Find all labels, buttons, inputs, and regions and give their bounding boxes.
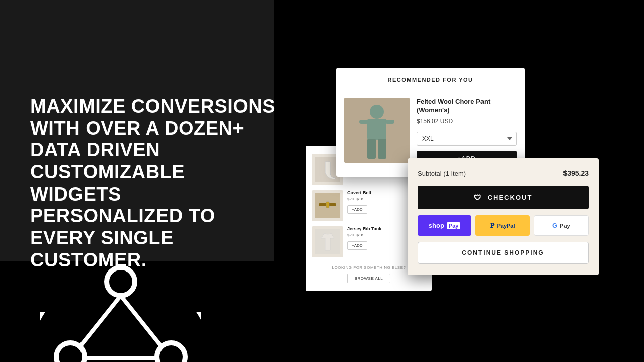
product-info: Felted Wool Chore Pant (Women's) $156.02… bbox=[417, 98, 517, 167]
product-thumb-tank bbox=[312, 226, 343, 257]
svg-rect-18 bbox=[326, 202, 329, 208]
svg-point-3 bbox=[40, 269, 201, 362]
svg-rect-13 bbox=[367, 139, 376, 159]
google-icon: G bbox=[552, 222, 557, 229]
shoppay-button[interactable]: shop Pay bbox=[418, 215, 471, 236]
svg-line-5 bbox=[121, 296, 161, 346]
paypal-icon: 𝐏 bbox=[490, 222, 494, 230]
product-image bbox=[344, 98, 410, 163]
add-belt-button[interactable]: +ADD bbox=[347, 205, 367, 214]
svg-point-1 bbox=[56, 343, 85, 362]
svg-point-9 bbox=[370, 105, 384, 119]
svg-point-2 bbox=[157, 343, 185, 362]
svg-rect-7 bbox=[40, 312, 201, 362]
paypal-button[interactable]: 𝐏 PayPal bbox=[475, 215, 529, 236]
browse-all-button[interactable]: BROWSE ALL bbox=[347, 274, 391, 283]
subtotal-row: Subtotal (1 Item) $395.23 bbox=[418, 169, 589, 177]
product-name: Felted Wool Chore Pant (Women's) bbox=[417, 98, 517, 115]
add-tank-button[interactable]: +ADD bbox=[347, 241, 367, 250]
subtotal-label: Subtotal (1 Item) bbox=[418, 170, 466, 177]
svg-line-4 bbox=[80, 296, 121, 346]
svg-rect-12 bbox=[385, 120, 394, 124]
payment-methods: shop Pay 𝐏 PayPal G Pay bbox=[418, 215, 589, 236]
product-price: $156.02 USD bbox=[417, 118, 517, 125]
svg-rect-11 bbox=[359, 120, 368, 124]
checkout-label: CHECKOUT bbox=[488, 194, 533, 201]
svg-point-0 bbox=[107, 267, 135, 296]
size-select[interactable]: XXL XS S M L XL bbox=[417, 132, 517, 146]
shield-icon: 🛡 bbox=[474, 193, 482, 202]
subtotal-amount: $395.23 bbox=[563, 169, 589, 177]
svg-rect-10 bbox=[367, 119, 386, 140]
recommended-header: RECOMMENDED FOR YOU bbox=[336, 68, 525, 89]
shoppay-icon: shop bbox=[429, 222, 444, 229]
continue-shopping-button[interactable]: CONTINUE SHOPPING bbox=[418, 242, 589, 264]
svg-rect-14 bbox=[378, 139, 386, 159]
product-thumb-belt bbox=[312, 190, 343, 221]
network-icon bbox=[40, 231, 201, 362]
gpay-button[interactable]: G Pay bbox=[534, 215, 589, 236]
checkout-widget: Subtotal (1 Item) $395.23 🛡 CHECKOUT sho… bbox=[408, 158, 599, 275]
checkout-button[interactable]: 🛡 CHECKOUT bbox=[418, 186, 589, 209]
